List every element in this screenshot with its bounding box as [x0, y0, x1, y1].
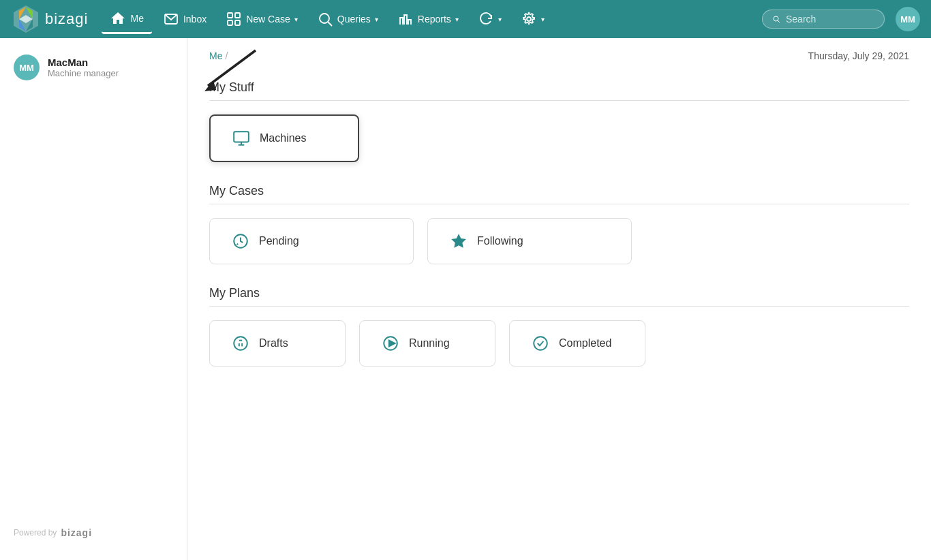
machines-card[interactable]: Machines [209, 114, 359, 162]
powered-by-text: Powered by [14, 528, 57, 538]
star-icon [450, 232, 468, 250]
svg-rect-7 [228, 13, 232, 18]
reports-caret: ▾ [455, 16, 459, 23]
monitor-icon [232, 129, 250, 147]
svg-rect-9 [228, 20, 232, 25]
svg-point-29 [534, 337, 547, 350]
search-input[interactable] [786, 14, 874, 25]
breadcrumb-bar: Me / Thursday, July 29, 2021 [187, 38, 931, 69]
my-cases-section: My Cases Pending [187, 173, 931, 275]
nav-item-me[interactable]: Me [102, 5, 151, 34]
drafts-label: Drafts [259, 337, 288, 349]
running-label: Running [409, 337, 450, 349]
svg-marker-28 [389, 341, 395, 347]
app-logo[interactable]: bizagi [11, 4, 88, 34]
main-content: Me / Thursday, July 29, 2021 My Stuff [187, 38, 931, 560]
search-box[interactable] [762, 10, 885, 29]
nav-item-reports[interactable]: Reports ▾ [389, 5, 467, 33]
svg-rect-8 [235, 13, 240, 18]
settings-caret: ▾ [541, 16, 545, 23]
svg-point-14 [774, 16, 778, 21]
my-plans-cards: Drafts Running [209, 320, 909, 367]
my-stuff-cards: Machines [209, 114, 909, 162]
svg-line-12 [328, 22, 332, 27]
completed-card[interactable]: Completed [509, 320, 645, 367]
footer-brand: bizagi [61, 527, 92, 538]
sidebar-avatar: MM [14, 55, 40, 80]
user-avatar-nav[interactable]: MM [896, 7, 920, 31]
following-label: Following [477, 235, 523, 247]
sidebar-username: MacMan [48, 57, 119, 68]
search-box-icon [772, 14, 780, 25]
my-stuff-title: My Stuff [209, 80, 909, 95]
breadcrumb-separator: / [225, 50, 228, 61]
drafts-icon [232, 335, 249, 352]
nav-reports-label: Reports [418, 14, 451, 25]
my-cases-divider [209, 204, 909, 204]
my-plans-divider [209, 306, 909, 307]
running-card[interactable]: Running [359, 320, 495, 367]
breadcrumb-date: Thursday, July 29, 2021 [808, 50, 909, 61]
my-stuff-section: My Stuff Machines [187, 69, 931, 173]
sidebar-user-initials: MM [19, 63, 34, 73]
my-cases-cards: Pending Following [209, 218, 909, 264]
refresh-caret: ▾ [498, 16, 502, 23]
pending-label: Pending [259, 235, 299, 247]
pending-icon [232, 232, 249, 250]
svg-point-23 [234, 337, 247, 350]
svg-line-15 [778, 20, 780, 22]
following-card[interactable]: Following [427, 218, 632, 264]
navbar: bizagi Me Inbox New Case ▾ Queries ▾ Rep… [0, 0, 931, 38]
nav-inbox-label: Inbox [183, 14, 207, 25]
nav-item-refresh[interactable]: ▾ [470, 5, 510, 33]
main-layout: MM MacMan Machine manager Powered by biz… [0, 38, 931, 560]
nav-item-settings[interactable]: ▾ [513, 5, 553, 33]
nav-item-queries[interactable]: Queries ▾ [309, 5, 386, 33]
breadcrumb-me-link[interactable]: Me [209, 50, 222, 61]
nav-item-new-case[interactable]: New Case ▾ [217, 5, 306, 33]
completed-label: Completed [559, 337, 611, 349]
my-stuff-divider [209, 100, 909, 101]
user-initials-nav: MM [900, 14, 915, 25]
nav-item-inbox[interactable]: Inbox [155, 5, 215, 33]
queries-caret: ▾ [375, 16, 378, 23]
svg-rect-10 [235, 20, 240, 25]
completed-icon [532, 335, 549, 352]
sidebar-role: Machine manager [48, 68, 119, 78]
my-cases-title: My Cases [209, 184, 909, 198]
breadcrumb: Me / [209, 50, 228, 61]
svg-marker-22 [451, 234, 466, 248]
pending-card[interactable]: Pending [209, 218, 414, 264]
my-plans-title: My Plans [209, 286, 909, 300]
my-plans-section: My Plans Drafts [187, 275, 931, 377]
machines-label: Machines [260, 132, 306, 144]
sidebar-user: MM MacMan Machine manager [0, 49, 187, 94]
nav-new-case-label: New Case [246, 14, 290, 25]
svg-rect-18 [234, 131, 249, 142]
svg-point-11 [320, 14, 329, 23]
running-icon [382, 335, 399, 352]
svg-point-13 [527, 17, 531, 21]
new-case-caret: ▾ [294, 16, 298, 23]
drafts-card[interactable]: Drafts [209, 320, 346, 367]
logo-text: bizagi [45, 10, 88, 28]
nav-queries-label: Queries [337, 14, 371, 25]
sidebar-footer: Powered by bizagi [0, 516, 187, 549]
nav-me-label: Me [130, 13, 143, 24]
sidebar: MM MacMan Machine manager Powered by biz… [0, 38, 187, 560]
